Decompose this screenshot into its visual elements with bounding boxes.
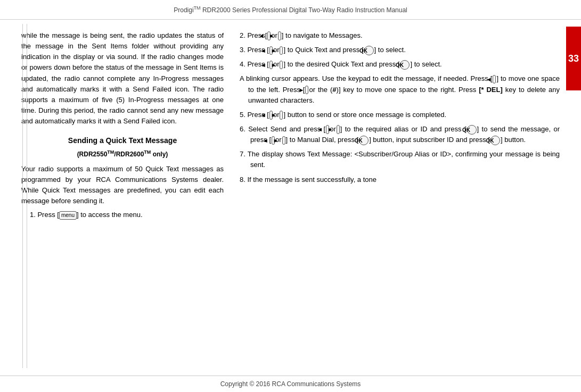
hash-symbol: #: [332, 86, 336, 94]
section-para1: Your radio supports a maximum of 50 Quic…: [21, 164, 224, 207]
page-number-tab: 33: [566, 27, 581, 90]
right-arrow-icon7: ►: [282, 136, 285, 145]
steps-list2: 5. Press [◄or►] button to send or store …: [240, 110, 560, 185]
right-arrow-icon4: ►: [305, 86, 308, 94]
right-arrow-icon: ►: [278, 31, 281, 40]
ok-button-icon2: OK: [400, 60, 410, 70]
del-key-label: [* DEL]: [479, 86, 503, 94]
section-heading: Sending a Quick Text Message: [21, 135, 224, 147]
menu-button-icon: menu: [59, 211, 77, 220]
steps-list: 2. Press[◄or►] to navigate to Messages. …: [240, 30, 560, 70]
section-body: Your radio supports a maximum of 50 Quic…: [21, 164, 224, 221]
left-margin-line-outer: [22, 24, 23, 368]
page-container: 33 ProdigiTM RDR2000 Series Professional…: [0, 0, 581, 392]
ok-button-icon: OK: [364, 46, 374, 55]
footer-text: Copyright © 2016 RCA Communications Syst…: [220, 380, 361, 388]
step2: 2. Press[◄or►] to navigate to Messages.: [240, 30, 560, 41]
step5: 5. Press [◄or►] button to send or store …: [240, 110, 560, 120]
left-margin-line-inner: [27, 24, 27, 368]
left-arrow-icon4: ◄: [493, 75, 496, 84]
ok-button-icon3: OK: [467, 125, 477, 135]
step3: 3. Press [◄or►] to Quick Text and press …: [240, 45, 560, 55]
section-subheading: (RDR2550TM/RDR2600TM only): [21, 149, 224, 160]
right-arrow-icon2: ►: [280, 46, 283, 55]
page-footer: Copyright © 2016 RCA Communications Syst…: [0, 376, 581, 392]
step7: 7. The display shows Text Message: <Subs…: [240, 149, 560, 170]
right-arrow-icon3: ►: [280, 61, 283, 69]
step8: 8. If the message is sent successfully, …: [240, 174, 560, 185]
step6: 6. Select Send and press [◄or►] to the r…: [240, 124, 560, 145]
main-content: while the message is being sent, the rad…: [0, 20, 581, 376]
right-arrow-icon6: ►: [337, 125, 340, 134]
page-number: 33: [568, 53, 579, 64]
ok-button-icon5: OK: [490, 136, 500, 145]
ok-button-icon4: OK: [359, 136, 369, 145]
step4: 4. Press [◄or►] to the desired Quick Tex…: [240, 59, 560, 70]
left-para1: while the message is being sent, the rad…: [21, 30, 224, 127]
page-header: ProdigiTM RDR2000 Series Professional Di…: [0, 0, 581, 20]
step1-text: 1. Press [menu] to access the menu.: [21, 210, 224, 220]
right-column: 2. Press[◄or►] to navigate to Messages. …: [240, 30, 560, 370]
header-title: ProdigiTM RDR2000 Series Professional Di…: [174, 6, 407, 14]
lettered-item-A: A blinking cursor appears. Use the keypa…: [240, 73, 560, 105]
left-column: while the message is being sent, the rad…: [21, 30, 224, 370]
right-arrow-icon5: ►: [280, 111, 283, 119]
